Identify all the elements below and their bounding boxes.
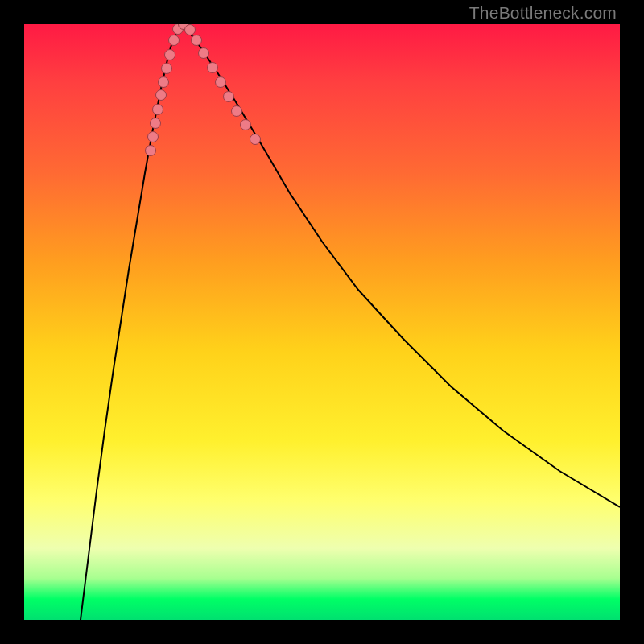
plot-area [24,24,620,620]
watermark-text: TheBottleneck.com [469,3,617,23]
